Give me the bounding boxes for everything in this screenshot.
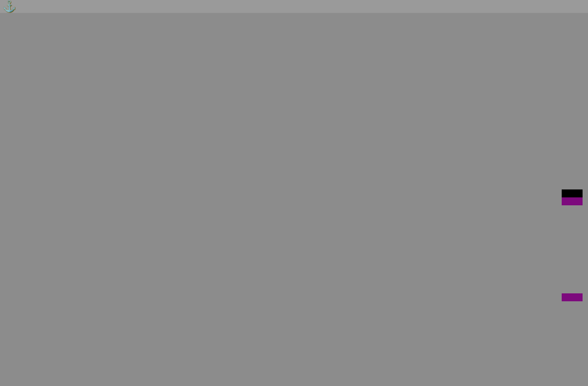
large-oi-panel[interactable]	[2, 255, 560, 370]
price-panel[interactable]	[2, 14, 560, 252]
trade-navigator-window: ⚓	[0, 0, 588, 386]
title-bar	[0, 0, 588, 13]
large-oi-value-badge	[562, 293, 583, 301]
last-price-badge	[562, 189, 583, 197]
indicator-readout	[547, 14, 550, 21]
moving-average-badge	[562, 197, 583, 205]
anchor-logo-icon: ⚓	[3, 0, 16, 13]
